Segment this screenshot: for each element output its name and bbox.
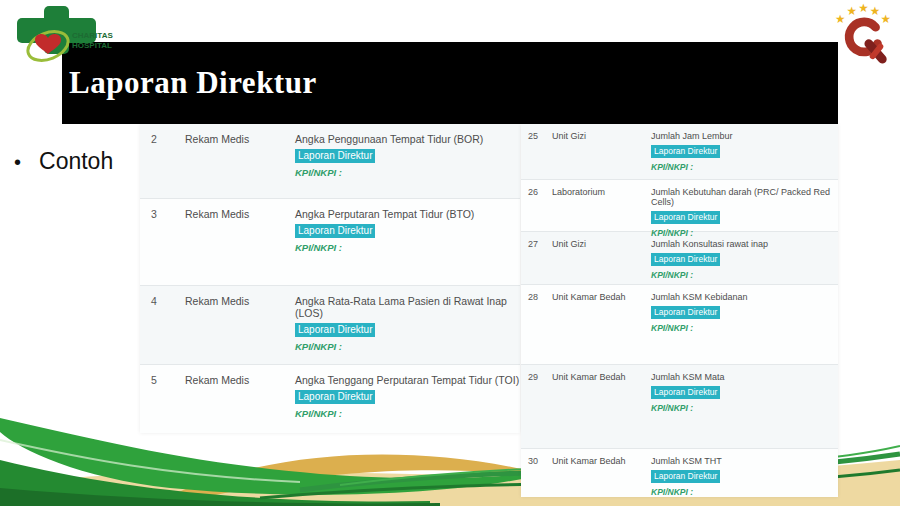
indicator-name: Angka Penggunaan Tempat Tidur (BOR) (295, 133, 520, 145)
indicator-cell: Jumlah KSM Mata Laporan Direktur KPI/NKP… (651, 372, 838, 413)
bullet-item: • Contoh (14, 148, 139, 175)
kpi-label: KPI/NKPI : (651, 270, 836, 280)
bullet-dot: • (14, 152, 21, 172)
unit-cell: Rekam Medis (185, 133, 295, 145)
row-number: 28 (521, 292, 552, 302)
indicator-name: Jumlah Jam Lembur (651, 131, 836, 141)
table-row: 26 Laboratorium Jumlah Kebutuhan darah (… (521, 180, 838, 232)
indicator-cell: Angka Tenggang Perputaran Tempat Tidur (… (295, 374, 520, 419)
unit-cell: Laboratorium (552, 187, 651, 197)
row-number: 3 (140, 208, 185, 220)
laporan-direktur-tag: Laporan Direktur (651, 470, 720, 483)
table-row: 29 Unit Kamar Bedah Jumlah KSM Mata Lapo… (521, 365, 838, 449)
indicator-name: Angka Perputaran Tempat Tidur (BTO) (295, 208, 520, 220)
kpi-label: KPI/NKPI : (295, 242, 520, 253)
kpi-label: KPI/NKPI : (295, 341, 520, 352)
unit-cell: Unit Gizi (552, 239, 651, 249)
kpi-label: KPI/NKPI : (295, 167, 520, 178)
indicator-name: Jumlah KSM Kebidanan (651, 292, 836, 302)
svg-text:★: ★ (835, 12, 845, 25)
unit-cell: Rekam Medis (185, 374, 295, 386)
indicator-cell: Angka Penggunaan Tempat Tidur (BOR) Lapo… (295, 133, 520, 178)
hospital-logo: CHARITAS HOSPITAL (6, 6, 144, 62)
svg-text:★: ★ (880, 12, 890, 25)
indicator-cell: Angka Rata-Rata Lama Pasien di Rawat Ina… (295, 295, 520, 352)
laporan-direktur-tag: Laporan Direktur (651, 386, 720, 399)
page-title: Laporan Direktur (62, 65, 317, 101)
table-row: 3 Rekam Medis Angka Perputaran Tempat Ti… (140, 199, 520, 286)
row-number: 2 (140, 133, 185, 145)
row-number: 4 (140, 295, 185, 307)
row-number: 27 (521, 239, 552, 249)
table-row: 2 Rekam Medis Angka Penggunaan Tempat Ti… (140, 124, 520, 199)
indicator-name: Jumlah Kebutuhan darah (PRC/ Packed Red … (651, 187, 836, 207)
kpi-label: KPI/NKPI : (651, 323, 836, 333)
table-row: 4 Rekam Medis Angka Rata-Rata Lama Pasie… (140, 286, 520, 365)
indicator-table-right: 25 Unit Gizi Jumlah Jam Lembur Laporan D… (521, 124, 838, 497)
unit-cell: Rekam Medis (185, 208, 295, 220)
quality-q-logo: ★ ★ ★ ★ ★ (834, 2, 892, 68)
laporan-direktur-tag: Laporan Direktur (295, 323, 375, 337)
laporan-direktur-tag: Laporan Direktur (651, 306, 720, 319)
indicator-name: Angka Tenggang Perputaran Tempat Tidur (… (295, 374, 520, 386)
indicator-name: Jumlah Konsultasi rawat inap (651, 239, 836, 249)
laporan-direktur-tag: Laporan Direktur (295, 149, 375, 163)
table-row: 28 Unit Kamar Bedah Jumlah KSM Kebidanan… (521, 285, 838, 365)
kpi-label: KPI/NKPI : (651, 228, 836, 238)
row-number: 5 (140, 374, 185, 386)
kpi-label: KPI/NKPI : (651, 162, 836, 172)
indicator-cell: Jumlah KSM THT Laporan Direktur KPI/NKPI… (651, 456, 838, 497)
laporan-direktur-tag: Laporan Direktur (651, 211, 720, 224)
unit-cell: Unit Kamar Bedah (552, 292, 651, 302)
indicator-name: Jumlah KSM Mata (651, 372, 836, 382)
svg-text:★: ★ (870, 4, 880, 17)
unit-cell: Unit Kamar Bedah (552, 372, 651, 382)
unit-cell: Unit Gizi (552, 131, 651, 141)
unit-cell: Unit Kamar Bedah (552, 456, 651, 466)
row-number: 30 (521, 456, 552, 466)
table-row: 30 Unit Kamar Bedah Jumlah KSM THT Lapor… (521, 449, 838, 497)
table-row: 5 Rekam Medis Angka Tenggang Perputaran … (140, 365, 520, 433)
svg-text:★: ★ (847, 4, 857, 17)
hospital-logo-text-line2: HOSPITAL (72, 41, 112, 50)
row-number: 29 (521, 372, 552, 382)
laporan-direktur-tag: Laporan Direktur (295, 224, 375, 238)
indicator-name: Jumlah KSM THT (651, 456, 836, 466)
unit-cell: Rekam Medis (185, 295, 295, 307)
laporan-direktur-tag: Laporan Direktur (295, 390, 375, 404)
indicator-name: Angka Rata-Rata Lama Pasien di Rawat Ina… (295, 295, 520, 319)
laporan-direktur-tag: Laporan Direktur (651, 253, 720, 266)
row-number: 25 (521, 131, 552, 141)
laporan-direktur-tag: Laporan Direktur (651, 145, 720, 158)
bullet-label: Contoh (39, 148, 113, 175)
table-row: 27 Unit Gizi Jumlah Konsultasi rawat ina… (521, 232, 838, 285)
indicator-table-left: 2 Rekam Medis Angka Penggunaan Tempat Ti… (140, 124, 520, 433)
hospital-logo-text-line1: CHARITAS (72, 31, 113, 40)
title-bar: Laporan Direktur (62, 42, 838, 124)
kpi-label: KPI/NKPI : (651, 487, 836, 497)
indicator-cell: Jumlah KSM Kebidanan Laporan Direktur KP… (651, 292, 838, 333)
table-row: 25 Unit Gizi Jumlah Jam Lembur Laporan D… (521, 124, 838, 180)
kpi-label: KPI/NKPI : (651, 403, 836, 413)
kpi-label: KPI/NKPI : (295, 408, 520, 419)
indicator-cell: Jumlah Kebutuhan darah (PRC/ Packed Red … (651, 187, 838, 238)
indicator-cell: Jumlah Jam Lembur Laporan Direktur KPI/N… (651, 131, 838, 172)
indicator-cell: Jumlah Konsultasi rawat inap Laporan Dir… (651, 239, 838, 280)
svg-text:★: ★ (858, 2, 868, 14)
row-number: 26 (521, 187, 552, 197)
indicator-cell: Angka Perputaran Tempat Tidur (BTO) Lapo… (295, 208, 520, 253)
